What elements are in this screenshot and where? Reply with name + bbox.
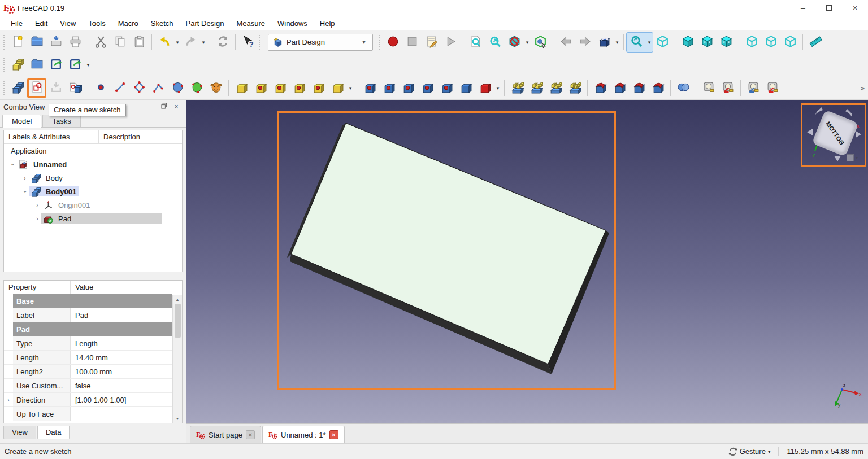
chamfer-button[interactable] [610, 78, 629, 98]
float-panel-button[interactable] [158, 103, 170, 111]
toolbar-grip[interactable] [3, 81, 7, 95]
menu-help[interactable]: Help [314, 18, 341, 29]
link-navigate-button[interactable] [594, 33, 614, 52]
tree-column-labels[interactable]: Labels & Attributes [4, 130, 99, 143]
tree-item-body001[interactable]: ›Body001 [4, 185, 182, 198]
3d-viewport[interactable]: x Y BOTTOM ▾ [186, 100, 868, 423]
document-tab-unnamed-1-[interactable]: FUnnamed : 1*✕ [262, 426, 345, 443]
subtractive-primitive-button[interactable] [475, 78, 494, 98]
nav-back-button[interactable] [556, 33, 575, 52]
draw-style-button[interactable] [505, 33, 524, 52]
clone-button[interactable] [206, 78, 225, 98]
local-coordinate-system-button[interactable] [149, 78, 168, 98]
expand-icon[interactable]: › [4, 393, 13, 406]
additive-loft-button[interactable] [270, 78, 289, 98]
paste-button[interactable] [129, 33, 149, 52]
property-row-type[interactable]: TypeLength [4, 336, 172, 351]
menu-macro[interactable]: Macro [112, 18, 145, 29]
menu-file[interactable]: File [5, 18, 29, 29]
property-value[interactable] [71, 407, 172, 421]
cut-button[interactable] [91, 33, 110, 52]
view-left-button[interactable] [780, 33, 800, 52]
measure-linear-button[interactable] [699, 78, 718, 98]
menu-edit[interactable]: Edit [29, 18, 54, 29]
toolbar-overflow-button[interactable]: » [861, 84, 865, 92]
view-top-button[interactable] [697, 33, 717, 52]
multi-transform-button[interactable] [565, 78, 584, 98]
fit-selection-button[interactable] [485, 33, 505, 52]
make-link-group-dropdown-caret[interactable]: ▾ [85, 55, 92, 75]
whats-this-button[interactable]: ? [238, 33, 258, 52]
save-file-button[interactable] [46, 33, 66, 52]
property-row-length2[interactable]: Length2100.00 mm [4, 365, 172, 379]
subtractive-helix-button[interactable] [456, 78, 475, 98]
subtractive-primitive-dropdown-caret[interactable]: ▾ [494, 78, 501, 98]
macro-run-button[interactable] [441, 33, 460, 52]
toolbar-grip[interactable] [3, 35, 7, 50]
view-rear-button[interactable] [742, 33, 761, 52]
edit-sketch-button[interactable] [46, 78, 66, 98]
property-row-use-custom-[interactable]: Use Custom...false [4, 379, 172, 393]
draw-style-dropdown-caret[interactable]: ▾ [524, 33, 531, 52]
menu-part-design[interactable]: Part Design [180, 18, 231, 29]
measure-distance-button[interactable] [806, 33, 825, 52]
hole-button[interactable] [379, 78, 398, 98]
property-column-property[interactable]: Property [4, 281, 71, 294]
menu-sketch[interactable]: Sketch [145, 18, 180, 29]
new-file-button[interactable] [8, 33, 27, 52]
groove-button[interactable] [398, 78, 418, 98]
nav-forward-button[interactable] [575, 33, 594, 52]
pad-button[interactable] [232, 78, 251, 98]
property-row-length[interactable]: Length14.40 mm [4, 351, 172, 365]
tree-column-description[interactable]: Description [99, 130, 145, 143]
copy-button[interactable] [110, 33, 129, 52]
thickness-button[interactable] [648, 78, 667, 98]
fillet-button[interactable] [591, 78, 610, 98]
macro-edit-button[interactable] [422, 33, 441, 52]
menu-tools[interactable]: Tools [82, 18, 111, 29]
print-button[interactable] [66, 33, 85, 52]
measure-clear-button[interactable] [763, 78, 782, 98]
property-value[interactable]: Length [71, 336, 172, 350]
polar-pattern-button[interactable] [546, 78, 565, 98]
box-element-selection-button[interactable] [531, 33, 550, 52]
property-row-up-to-face[interactable]: Up To Face [4, 407, 172, 421]
boolean-operation-button[interactable] [674, 78, 693, 98]
close-button[interactable]: × [842, 0, 868, 16]
menu-measure[interactable]: Measure [230, 18, 271, 29]
link-navigate-dropdown-caret[interactable]: ▾ [614, 33, 620, 52]
view-bottom-button[interactable] [761, 33, 780, 52]
minimize-button[interactable]: – [790, 0, 816, 16]
pocket-button[interactable] [360, 78, 379, 98]
menu-windows[interactable]: Windows [271, 18, 314, 29]
linear-pattern-button[interactable] [527, 78, 546, 98]
tree-root-application[interactable]: Application [4, 144, 182, 158]
make-link-group-button[interactable] [66, 55, 85, 75]
measure-angular-button[interactable] [718, 78, 737, 98]
property-row-direction[interactable]: ›Direction[1.00 1.00 1.00] [4, 393, 172, 407]
expand-icon[interactable]: › [33, 216, 41, 222]
open-file-button[interactable] [27, 33, 46, 52]
property-value[interactable]: 100.00 mm [71, 365, 172, 378]
subtractive-pipe-button[interactable] [437, 78, 456, 98]
tab-tasks[interactable]: Tasks [42, 115, 80, 127]
property-value[interactable]: [1.00 1.00 1.00] [71, 393, 172, 406]
document-tab-start-page[interactable]: FStart page✕ [190, 426, 261, 443]
close-tab-icon[interactable]: ✕ [329, 430, 338, 439]
toolbar-grip[interactable] [379, 35, 382, 50]
toolbar-grip[interactable] [3, 58, 7, 72]
collapse-icon[interactable]: › [22, 187, 28, 195]
chevron-down-icon[interactable]: ▾ [856, 155, 858, 160]
expand-icon[interactable]: › [33, 202, 41, 208]
property-value[interactable]: 14.40 mm [71, 351, 172, 364]
tab-data[interactable]: Data [37, 426, 70, 439]
undo-dropdown-caret[interactable]: ▾ [174, 33, 181, 52]
subtractive-loft-button[interactable] [418, 78, 437, 98]
close-tab-icon[interactable]: ✕ [246, 430, 255, 439]
create-sketch-button[interactable] [27, 78, 46, 98]
maximize-button[interactable] [816, 0, 842, 16]
datum-line-button[interactable] [110, 78, 129, 98]
workbench-selector[interactable]: Part Design ▾ [268, 34, 373, 51]
tree-item-body[interactable]: ›Body [4, 171, 182, 185]
property-scrollbar[interactable]: ▲ ▼ [172, 295, 182, 423]
